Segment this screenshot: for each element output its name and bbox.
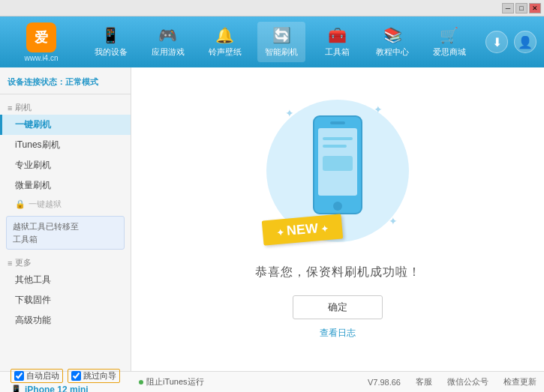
nav-ringtones-label: 铃声壁纸 [209, 46, 242, 58]
nav-toolbox-label: 工具箱 [325, 46, 350, 58]
checkbox-row: 自动启动 跳过向导 [11, 369, 139, 383]
view-log-link[interactable]: 查看日志 [320, 327, 356, 340]
content-area: ✦ ✦ ✦ NEW 恭喜您，保资料刷机成功啦！ 确定 [131, 67, 544, 371]
sparkle-3: ✦ [389, 215, 398, 227]
status-value: 正常模式 [65, 77, 98, 86]
sidebar-pro-flash[interactable]: 专业刷机 [0, 155, 131, 175]
nav-my-device[interactable]: 📱 我的设备 [87, 22, 135, 62]
device-row: 📱 iPhone 12 mini [11, 385, 139, 392]
nav-toolbox-icon: 🧰 [328, 26, 347, 44]
minimize-btn[interactable]: ─ [502, 3, 514, 13]
lock-icon: 🔒 [15, 199, 26, 209]
nav-bar: 📱 我的设备 🎮 应用游戏 🔔 铃声壁纸 🔄 智能刷机 🧰 工具箱 📚 教程中心… [83, 22, 478, 62]
section-more-icon: ≡ [8, 259, 12, 268]
download-btn[interactable]: ⬇ [485, 31, 508, 53]
nav-ringtones[interactable]: 🔔 铃声壁纸 [201, 22, 249, 62]
nav-shop[interactable]: 🛒 爱思商城 [425, 22, 473, 62]
sidebar-download-firmware[interactable]: 下载固件 [0, 290, 131, 310]
nav-device-label: 我的设备 [95, 46, 128, 58]
status-label: 设备连接状态： [8, 77, 65, 86]
auto-start-checkbox[interactable] [14, 371, 24, 381]
phone-illustration: ✦ ✦ ✦ NEW [270, 100, 405, 250]
skip-wizard-checkbox-label[interactable]: 跳过向导 [68, 369, 120, 383]
auto-start-checkbox-label[interactable]: 自动启动 [11, 369, 63, 383]
check-update-link[interactable]: 检查更新 [503, 376, 536, 388]
itunes-label: 阻止iTunes运行 [146, 376, 204, 388]
nav-device-icon: 📱 [101, 26, 120, 44]
nav-ringtones-icon: 🔔 [215, 26, 234, 44]
nav-tutorial-icon: 📚 [383, 26, 402, 44]
svg-rect-5 [323, 145, 347, 148]
nav-shop-label: 爱思商城 [433, 46, 466, 58]
sidebar-advanced[interactable]: 高级功能 [0, 310, 131, 331]
sparkle-2: ✦ [374, 103, 383, 115]
sidebar-micro-flash[interactable]: 微量刷机 [0, 175, 131, 196]
section-flash: ≡ 刷机 [0, 99, 131, 115]
device-icon: 📱 [11, 385, 22, 392]
close-btn[interactable]: ✕ [529, 3, 541, 13]
skip-wizard-checkbox[interactable] [71, 371, 81, 381]
header: 爱 www.i4.cn 📱 我的设备 🎮 应用游戏 🔔 铃声壁纸 🔄 智能刷机 … [0, 16, 544, 67]
section-flash-label: 刷机 [15, 102, 32, 113]
version-label: V7.98.66 [368, 378, 401, 387]
nav-shop-icon: 🛒 [440, 26, 458, 44]
sidebar-other-tools[interactable]: 其他工具 [0, 270, 131, 290]
logo-text: www.i4.cn [24, 54, 58, 62]
nav-smart-flash[interactable]: 🔄 智能刷机 [257, 22, 305, 62]
sidebar-one-click-flash[interactable]: 一键刷机 [0, 115, 131, 135]
nav-flash-icon: 🔄 [272, 26, 291, 44]
section-flash-icon: ≡ [8, 103, 12, 112]
bottom-bar: 自动启动 跳过向导 📱 iPhone 12 mini 阻止iTunes运行 V7… [0, 371, 544, 392]
wechat-link[interactable]: 微信公众号 [447, 376, 488, 388]
main-area: 设备连接状态：正常模式 ≡ 刷机 一键刷机 iTunes刷机 专业刷机 微量刷机… [0, 67, 544, 371]
maximize-btn[interactable]: □ [515, 3, 527, 13]
section-jailbreak-disabled: 🔒 一键越狱 [0, 196, 131, 211]
phone-svg [308, 115, 368, 220]
sidebar-itunes-flash[interactable]: iTunes刷机 [0, 135, 131, 155]
itunes-status-dot [139, 380, 143, 385]
svg-rect-3 [330, 121, 345, 124]
auto-start-label: 自动启动 [26, 370, 59, 382]
nav-apps-games[interactable]: 🎮 应用游戏 [144, 22, 192, 62]
svg-rect-4 [323, 137, 353, 140]
device-name: iPhone 12 mini [25, 385, 89, 392]
confirm-button[interactable]: 确定 [293, 295, 383, 319]
nav-toolbox[interactable]: 🧰 工具箱 [314, 22, 359, 62]
sidebar: 设备连接状态：正常模式 ≡ 刷机 一键刷机 iTunes刷机 专业刷机 微量刷机… [0, 67, 131, 371]
section-more: ≡ 更多 [0, 254, 131, 270]
bottom-right: V7.98.66 客服 微信公众号 检查更新 [368, 376, 536, 388]
title-bar: ─ □ ✕ [0, 0, 544, 16]
nav-tutorial[interactable]: 📚 教程中心 [368, 22, 416, 62]
success-message: 恭喜您，保资料刷机成功啦！ [255, 265, 421, 280]
user-btn[interactable]: 👤 [514, 31, 536, 53]
nav-apps-icon: 🎮 [158, 26, 177, 44]
logo-icon: 爱 [26, 22, 56, 52]
customer-service-link[interactable]: 客服 [416, 376, 432, 388]
jailbreak-label: 一键越狱 [29, 199, 62, 210]
bottom-left-section: 自动启动 跳过向导 📱 iPhone 12 mini [8, 369, 139, 392]
logo[interactable]: 爱 www.i4.cn [8, 22, 75, 62]
itunes-status: 阻止iTunes运行 [139, 376, 204, 388]
svg-point-2 [333, 202, 342, 211]
section-more-label: 更多 [15, 257, 32, 268]
nav-tutorial-label: 教程中心 [376, 46, 409, 58]
jailbreak-info-box: 越狱工具已转移至工具箱 [6, 216, 125, 250]
device-info: iPhone 12 mini [25, 385, 89, 392]
connection-status: 设备连接状态：正常模式 [0, 73, 131, 94]
nav-flash-label: 智能刷机 [265, 46, 298, 58]
skip-wizard-label: 跳过向导 [83, 370, 116, 382]
svg-rect-6 [323, 156, 353, 171]
nav-apps-label: 应用游戏 [152, 46, 185, 58]
sparkle-1: ✦ [285, 107, 294, 119]
header-right: ⬇ 👤 [485, 31, 536, 53]
